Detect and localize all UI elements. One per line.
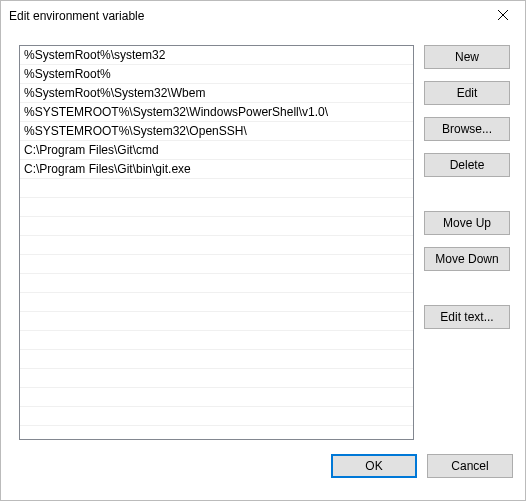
list-item[interactable]: %SYSTEMROOT%\System32\OpenSSH\: [20, 122, 413, 141]
list-item[interactable]: [20, 236, 413, 255]
list-item[interactable]: [20, 369, 413, 388]
delete-button[interactable]: Delete: [424, 153, 510, 177]
list-item[interactable]: [20, 312, 413, 331]
list-item[interactable]: [20, 407, 413, 426]
path-listbox[interactable]: %SystemRoot%\system32%SystemRoot%%System…: [19, 45, 414, 440]
list-item[interactable]: C:\Program Files\Git\bin\git.exe: [20, 160, 413, 179]
list-item[interactable]: [20, 255, 413, 274]
move-down-button[interactable]: Move Down: [424, 247, 510, 271]
close-button[interactable]: [480, 1, 525, 31]
titlebar: Edit environment variable: [1, 1, 525, 31]
list-item[interactable]: [20, 350, 413, 369]
move-up-button[interactable]: Move Up: [424, 211, 510, 235]
ok-button[interactable]: OK: [331, 454, 417, 478]
list-item[interactable]: [20, 293, 413, 312]
close-icon: [498, 9, 508, 23]
list-item[interactable]: [20, 179, 413, 198]
list-item[interactable]: %SystemRoot%: [20, 65, 413, 84]
content-area: %SystemRoot%\system32%SystemRoot%%System…: [1, 31, 525, 448]
list-item[interactable]: [20, 388, 413, 407]
list-item[interactable]: [20, 331, 413, 350]
new-button[interactable]: New: [424, 45, 510, 69]
edit-text-button[interactable]: Edit text...: [424, 305, 510, 329]
footer: OK Cancel: [1, 448, 525, 490]
side-buttons: New Edit Browse... Delete Move Up Move D…: [424, 45, 510, 440]
list-item[interactable]: %SystemRoot%\System32\Wbem: [20, 84, 413, 103]
list-item[interactable]: [20, 274, 413, 293]
edit-button[interactable]: Edit: [424, 81, 510, 105]
window-title: Edit environment variable: [9, 9, 144, 23]
cancel-button[interactable]: Cancel: [427, 454, 513, 478]
list-item[interactable]: %SYSTEMROOT%\System32\WindowsPowerShell\…: [20, 103, 413, 122]
list-item[interactable]: C:\Program Files\Git\cmd: [20, 141, 413, 160]
list-item[interactable]: %SystemRoot%\system32: [20, 46, 413, 65]
list-item[interactable]: [20, 217, 413, 236]
browse-button[interactable]: Browse...: [424, 117, 510, 141]
list-item[interactable]: [20, 198, 413, 217]
